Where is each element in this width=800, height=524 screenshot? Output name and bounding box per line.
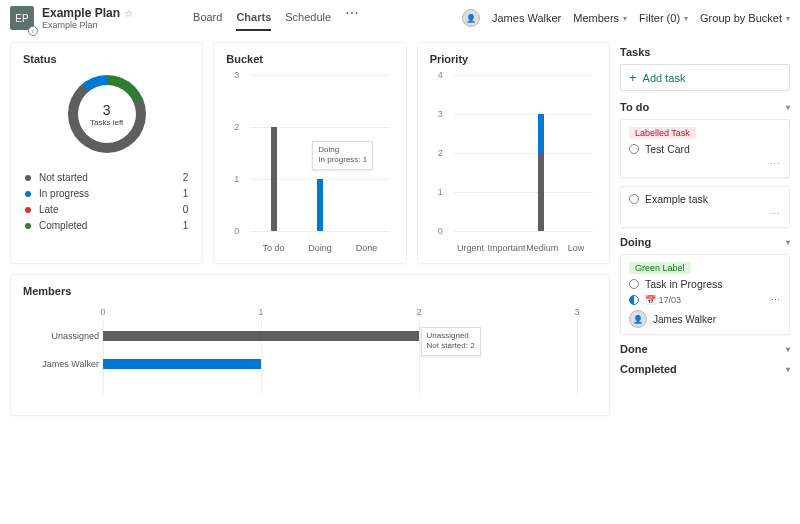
assignee-name: James Walker — [653, 314, 716, 325]
tab-schedule[interactable]: Schedule — [285, 5, 331, 31]
task-card[interactable]: Green LabelTask in Progress📅 17/03⋯👤Jame… — [620, 254, 790, 335]
legend-label: Completed — [39, 220, 87, 231]
info-badge-icon: i — [28, 26, 38, 36]
group-button[interactable]: Group by Bucket▾ — [700, 12, 790, 24]
status-count: 3 — [103, 102, 111, 118]
legend-value: 2 — [183, 172, 189, 183]
status-card: Status 3 Tasks left Not started2In progr… — [10, 42, 203, 264]
chart-tooltip: UnassignedNot started: 2 — [421, 327, 481, 356]
legend-row: Not started2 — [25, 172, 188, 183]
status-title: Status — [23, 53, 190, 65]
tab-charts[interactable]: Charts — [236, 5, 271, 31]
members-card: Members 0123UnassignedJames WalkerUnassi… — [10, 274, 610, 416]
chevron-down-icon: ▾ — [786, 103, 790, 112]
tasks-panel: Tasks + Add task To do▾ Labelled TaskTes… — [620, 42, 790, 416]
add-task-label: Add task — [643, 72, 686, 84]
task-title: Example task — [645, 193, 708, 205]
status-donut: 3 Tasks left — [68, 75, 146, 153]
members-chart: 0123UnassignedJames WalkerUnassignedNot … — [23, 305, 597, 405]
member-row-label: Unassigned — [23, 331, 99, 341]
add-task-button[interactable]: + Add task — [620, 64, 790, 91]
priority-chart: 01234UrgentImportantMediumLow — [430, 73, 597, 253]
chevron-down-icon: ▾ — [623, 14, 627, 23]
filter-button[interactable]: Filter (0)▾ — [639, 12, 688, 24]
complete-circle-icon[interactable] — [629, 144, 639, 154]
task-card[interactable]: Labelled TaskTest Card⋯ — [620, 119, 790, 178]
legend-value: 1 — [183, 188, 189, 199]
bucket-chart: 0123DoingIn progress: 1To doDoingDone — [226, 73, 393, 253]
task-card[interactable]: Example task⋯ — [620, 186, 790, 228]
section-doing[interactable]: Doing▾ — [620, 236, 790, 248]
legend-value: 0 — [183, 204, 189, 215]
nav-tabs: Board Charts Schedule ⋯ — [193, 5, 360, 31]
chart-tooltip: DoingIn progress: 1 — [312, 141, 373, 170]
status-count-label: Tasks left — [90, 118, 123, 127]
legend-label: Late — [39, 204, 58, 215]
user-name: James Walker — [492, 12, 561, 24]
task-title: Task in Progress — [645, 278, 723, 290]
legend-dot-icon — [25, 223, 31, 229]
complete-circle-icon[interactable] — [629, 194, 639, 204]
status-legend: Not started2In progress1Late0Completed1 — [23, 167, 190, 236]
task-title: Test Card — [645, 143, 690, 155]
plan-title-block: Example Plan ☆ Example Plan — [42, 6, 133, 30]
task-more-icon[interactable]: ⋯ — [771, 295, 781, 305]
tasks-heading: Tasks — [620, 46, 790, 58]
task-more-icon[interactable]: ⋯ — [629, 208, 781, 221]
chevron-down-icon: ▾ — [786, 238, 790, 247]
plan-subtitle: Example Plan — [42, 20, 133, 30]
priority-title: Priority — [430, 53, 597, 65]
header-right: 👤 James Walker Members▾ Filter (0)▾ Grou… — [462, 9, 790, 27]
app-header: EP i Example Plan ☆ Example Plan Board C… — [0, 0, 800, 36]
priority-card: Priority 01234UrgentImportantMediumLow — [417, 42, 610, 264]
chevron-down-icon: ▾ — [786, 14, 790, 23]
legend-row: Completed1 — [25, 220, 188, 231]
progress-half-icon — [629, 295, 639, 305]
tab-more-icon[interactable]: ⋯ — [345, 5, 360, 31]
complete-circle-icon[interactable] — [629, 279, 639, 289]
legend-dot-icon — [25, 191, 31, 197]
assignee-avatar: 👤 — [629, 310, 647, 328]
legend-label: In progress — [39, 188, 89, 199]
section-completed[interactable]: Completed▾ — [620, 363, 790, 375]
chevron-down-icon: ▾ — [684, 14, 688, 23]
task-label-pill: Green Label — [629, 262, 691, 274]
plan-title: Example Plan — [42, 6, 120, 20]
chevron-down-icon: ▾ — [786, 365, 790, 374]
calendar-icon: 📅 17/03 — [645, 295, 681, 305]
bucket-title: Bucket — [226, 53, 393, 65]
bucket-card: Bucket 0123DoingIn progress: 1To doDoing… — [213, 42, 406, 264]
plus-icon: + — [629, 71, 637, 84]
members-button[interactable]: Members▾ — [573, 12, 627, 24]
legend-value: 1 — [183, 220, 189, 231]
task-more-icon[interactable]: ⋯ — [629, 158, 781, 171]
legend-dot-icon — [25, 175, 31, 181]
chevron-down-icon: ▾ — [786, 345, 790, 354]
section-done[interactable]: Done▾ — [620, 343, 790, 355]
user-avatar[interactable]: 👤 — [462, 9, 480, 27]
members-title: Members — [23, 285, 597, 297]
member-row-label: James Walker — [23, 359, 99, 369]
legend-row: In progress1 — [25, 188, 188, 199]
section-todo[interactable]: To do▾ — [620, 101, 790, 113]
legend-dot-icon — [25, 207, 31, 213]
task-label-pill: Labelled Task — [629, 127, 696, 139]
plan-icon: EP i — [10, 6, 34, 30]
tab-board[interactable]: Board — [193, 5, 222, 31]
star-icon[interactable]: ☆ — [124, 8, 133, 19]
legend-row: Late0 — [25, 204, 188, 215]
legend-label: Not started — [39, 172, 88, 183]
